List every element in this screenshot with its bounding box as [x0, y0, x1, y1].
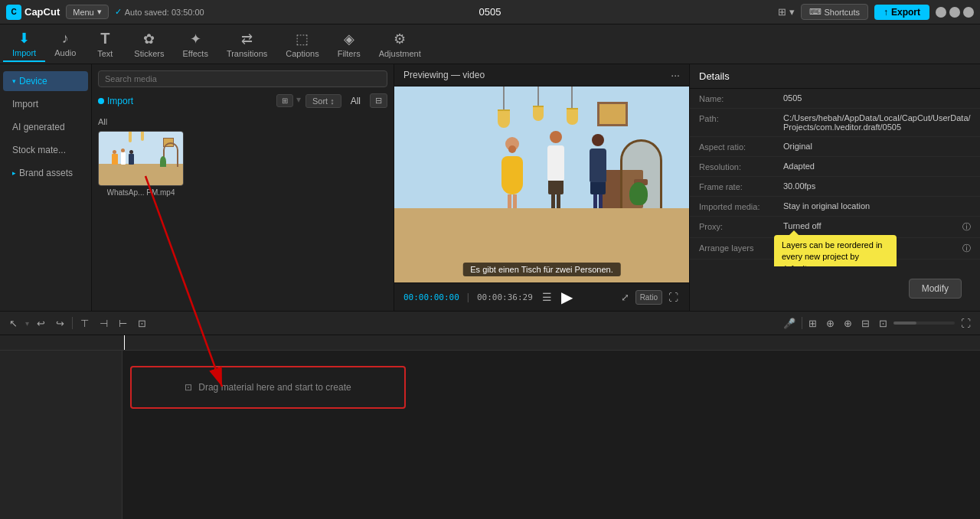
timeline-fullscreen-button[interactable]: ⛶ [958, 316, 974, 331]
export-icon: ↑ [884, 7, 888, 18]
media-thumbnail [98, 131, 184, 186]
trim-right-button[interactable]: ⊢ [116, 316, 130, 331]
tab-import[interactable]: ⬇ Import [3, 27, 45, 62]
preview-more-icon[interactable]: ··· [671, 69, 680, 81]
trim-left-button[interactable]: ⊣ [96, 316, 111, 331]
tab-text[interactable]: T Text [85, 27, 125, 61]
preview-title: Previewing — video [403, 70, 485, 80]
tab-stickers-label: Stickers [134, 49, 164, 58]
detail-row-imported: Imported media: Stay in original locatio… [690, 197, 980, 217]
detail-imported-value: Stay in original location [783, 201, 971, 211]
search-input[interactable] [98, 70, 387, 87]
import-dot-icon [98, 98, 104, 104]
filter-button[interactable]: ⊟ [370, 93, 387, 108]
tab-stickers[interactable]: ✿ Stickers [125, 28, 173, 61]
timeline-zoom-in-button[interactable]: ⊕ [823, 316, 838, 331]
redo-button[interactable]: ↪ [53, 316, 67, 331]
logo-text: CapCut [24, 6, 60, 18]
tab-adjustment-label: Adjustment [379, 49, 421, 58]
stickers-tab-icon: ✿ [143, 31, 155, 47]
timeline-zoom-slider[interactable] [893, 322, 955, 325]
proxy-tooltip: Layers can be reordered in every new pro… [774, 235, 897, 266]
sidebar-item-import[interactable]: Import [3, 94, 88, 114]
tab-audio[interactable]: ♪ Audio [45, 28, 85, 60]
proxy-info-icon[interactable]: ⓘ [962, 221, 971, 233]
tab-captions-label: Captions [286, 49, 318, 58]
detail-row-framerate: Frame rate: 30.00fps [690, 177, 980, 197]
checkmark-icon: ✓ [115, 7, 122, 17]
tab-filters[interactable]: ◈ Filters [328, 28, 370, 61]
import-button[interactable]: Import [98, 96, 133, 106]
logo-icon: C [6, 5, 21, 20]
play-button[interactable]: ▶ [561, 288, 573, 306]
split-button[interactable]: ⊤ [77, 316, 92, 331]
import-label: Import [107, 96, 133, 106]
detail-resolution-value: Adapted [783, 162, 971, 171]
tab-effects-label: Effects [182, 49, 207, 58]
minimize-button[interactable] [936, 7, 946, 18]
select-dropdown-icon: ▾ [25, 319, 29, 328]
media-content: All [92, 114, 394, 311]
media-panel: Import ⊞ ▾ Sort ↕ All ⊟ All [92, 64, 394, 311]
sidebar-item-ai-generated[interactable]: AI generated [3, 117, 88, 137]
detail-row-aspect: Aspect ratio: Original [690, 137, 980, 157]
sidebar-item-stock-mate[interactable]: Stock mate... [3, 140, 88, 160]
total-time: 00:00:36:29 [477, 292, 533, 302]
drop-zone[interactable]: ⊡ Drag material here and start to create [130, 366, 406, 409]
maximize-button[interactable] [949, 7, 960, 18]
delete-button[interactable]: ⊡ [135, 316, 149, 331]
modify-button[interactable]: Modify [909, 279, 962, 299]
grid-view-button[interactable]: ⊞ [276, 94, 293, 107]
chevron-right-icon: ▸ [12, 169, 16, 177]
detail-aspect-label: Aspect ratio: [699, 142, 783, 152]
tab-audio-label: Audio [54, 48, 76, 57]
tab-effects[interactable]: ✦ Effects [173, 28, 217, 61]
list-item[interactable]: WhatsAp... PM.mp4 [98, 131, 184, 197]
timeline-toolbar: ↖ ▾ ↩ ↪ ⊤ ⊣ ⊢ ⊡ 🎤 ⊞ ⊕ ⊕ ⊟ ⊡ ⛶ [0, 311, 980, 335]
timeline-fit-button[interactable]: ⊞ [805, 316, 820, 331]
undo-button[interactable]: ↩ [34, 316, 48, 331]
view-divider: ▾ [296, 94, 301, 107]
export-button[interactable]: ↑ Export [874, 5, 929, 20]
audio-tab-icon: ♪ [62, 31, 69, 47]
window-controls [936, 7, 974, 18]
menu-button[interactable]: Menu ▾ [66, 5, 109, 19]
transitions-tab-icon: ⇄ [241, 31, 253, 47]
arrange-info-icon[interactable]: ⓘ [962, 243, 971, 254]
tab-captions[interactable]: ⬚ Captions [276, 28, 328, 61]
text-tab-icon: T [100, 30, 109, 47]
list-view-button[interactable]: ☰ [539, 289, 555, 305]
sidebar-item-device[interactable]: ▾ Device [3, 71, 88, 91]
toolbar: ⬇ Import ♪ Audio T Text ✿ Stickers ✦ Eff… [0, 24, 980, 64]
close-button[interactable] [963, 7, 974, 18]
tab-text-label: Text [97, 49, 113, 58]
microphone-button[interactable]: 🎤 [780, 316, 799, 331]
details-title: Details [699, 70, 730, 82]
fullscreen-icon[interactable]: ⤢ [619, 290, 631, 305]
tab-adjustment[interactable]: ⚙ Adjustment [370, 28, 430, 61]
sidebar-stock-label: Stock mate... [12, 145, 66, 155]
timeline-split-view-button[interactable]: ⊟ [858, 316, 873, 331]
tab-filters-label: Filters [338, 49, 361, 58]
export-label: Export [891, 7, 920, 18]
sidebar-import-label: Import [12, 99, 38, 109]
sidebar-item-brand-assets[interactable]: ▸ Brand assets [3, 163, 88, 183]
track-labels [0, 335, 122, 519]
timeline-zoom-button[interactable]: ⊕ [841, 316, 855, 331]
detail-imported-label: Imported media: [699, 201, 783, 211]
adjustment-tab-icon: ⚙ [394, 31, 406, 47]
timeline-settings-button[interactable]: ⊡ [876, 316, 890, 331]
ratio-button[interactable]: Ratio [635, 290, 662, 305]
toolbar-separator-1 [72, 317, 73, 329]
shortcuts-button[interactable]: ⌨ Shortcuts [801, 4, 868, 20]
select-tool-button[interactable]: ↖ [6, 316, 21, 331]
sidebar-ai-label: AI generated [12, 122, 65, 132]
detail-row-path: Path: C:/Users/hebah/AppData/Local/CapCu… [690, 109, 980, 137]
tab-transitions[interactable]: ⇄ Transitions [217, 28, 276, 61]
expand-icon[interactable]: ⛶ [667, 290, 680, 305]
sort-button[interactable]: Sort ↕ [305, 94, 341, 108]
sort-label: Sort [312, 96, 328, 106]
detail-path-value: C:/Users/hebah/AppData/Local/CapCut/User… [783, 113, 971, 132]
track-area: ⊡ Drag material here and start to create [122, 335, 980, 519]
detail-row-resolution: Resolution: Adapted [690, 157, 980, 177]
